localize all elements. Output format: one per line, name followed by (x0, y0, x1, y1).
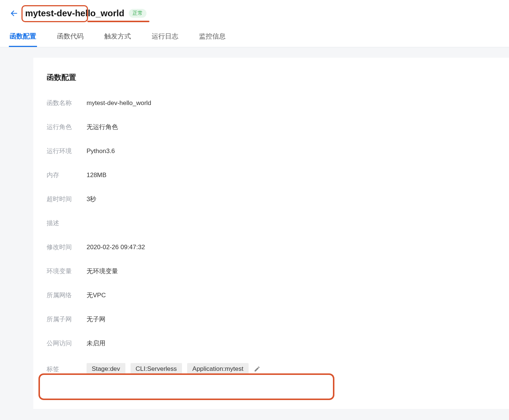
content-area: 函数配置 函数名称 mytest-dev-hello_world 运行角色 无运… (0, 47, 509, 420)
field-value: 2020-02-26 09:47:32 (87, 244, 145, 251)
field-timeout: 超时时间 3秒 (47, 195, 496, 203)
field-value: mytest-dev-hello_world (87, 99, 151, 107)
field-label: 所属子网 (47, 315, 87, 324)
status-badge: 正常 (129, 9, 146, 18)
tab-monitoring[interactable]: 监控信息 (198, 28, 226, 47)
pencil-icon (254, 366, 260, 372)
field-value: 未启用 (87, 339, 105, 348)
field-value: 无运行角色 (87, 123, 118, 131)
back-button[interactable] (7, 7, 21, 20)
title-row: mytest-dev-hello_world 正常 (7, 7, 502, 28)
card-title: 函数配置 (47, 72, 496, 82)
tab-logs[interactable]: 运行日志 (151, 28, 179, 47)
tags-container: Stage:dev CLI:Serverless Application:myt… (87, 363, 260, 375)
field-modified-at: 修改时间 2020-02-26 09:47:32 (47, 243, 496, 251)
page-header: mytest-dev-hello_world 正常 函数配置 函数代码 触发方式… (0, 0, 509, 47)
field-label: 标签 (47, 365, 87, 373)
field-function-name: 函数名称 mytest-dev-hello_world (47, 99, 496, 107)
field-role: 运行角色 无运行角色 (47, 123, 496, 131)
field-label: 超时时间 (47, 195, 87, 203)
field-tags: 标签 Stage:dev CLI:Serverless Application:… (47, 363, 496, 375)
field-label: 内存 (47, 171, 87, 179)
field-vpc: 所属网络 无VPC (47, 291, 496, 299)
field-value: 无子网 (87, 315, 105, 324)
tag-chip: Stage:dev (87, 363, 125, 375)
arrow-left-icon (10, 9, 18, 17)
tag-chip: CLI:Serverless (131, 363, 182, 375)
annotation-box-tags (38, 373, 334, 400)
field-value: 3秒 (87, 195, 96, 203)
field-value: 无VPC (87, 291, 106, 299)
tab-triggers[interactable]: 触发方式 (104, 28, 132, 47)
tabs: 函数配置 函数代码 触发方式 运行日志 监控信息 (7, 28, 502, 47)
field-value: 无环境变量 (87, 267, 118, 275)
config-card: 函数配置 函数名称 mytest-dev-hello_world 运行角色 无运… (33, 58, 509, 409)
field-value: Python3.6 (87, 148, 115, 155)
page-title: mytest-dev-hello_world (25, 8, 124, 18)
tab-function-code[interactable]: 函数代码 (56, 28, 84, 47)
tag-chip: Application:mytest (187, 363, 249, 375)
field-label: 描述 (47, 219, 87, 227)
field-env-vars: 环境变量 无环境变量 (47, 267, 496, 275)
field-label: 修改时间 (47, 243, 87, 251)
field-label: 运行环境 (47, 147, 87, 155)
field-subnet: 所属子网 无子网 (47, 315, 496, 324)
field-runtime: 运行环境 Python3.6 (47, 147, 496, 155)
annotation-underline (87, 21, 149, 22)
page-title-text: mytest-dev-hello_world (25, 8, 124, 18)
field-label: 环境变量 (47, 267, 87, 275)
edit-tags-button[interactable] (254, 366, 260, 372)
field-label: 运行角色 (47, 123, 87, 131)
field-label: 函数名称 (47, 99, 87, 107)
field-public-access: 公网访问 未启用 (47, 339, 496, 348)
field-label: 公网访问 (47, 339, 87, 348)
field-memory: 内存 128MB (47, 171, 496, 179)
field-label: 所属网络 (47, 291, 87, 299)
field-value: 128MB (87, 172, 107, 179)
tab-function-config[interactable]: 函数配置 (9, 28, 37, 47)
field-description: 描述 (47, 219, 496, 227)
